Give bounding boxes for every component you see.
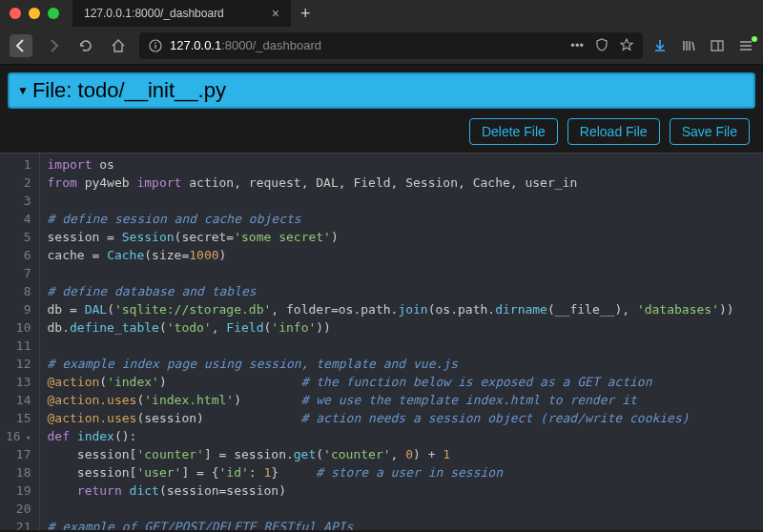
browser-toolbar: 127.0.0.1:8000/_dashboard ••• [0,27,763,65]
code-area[interactable]: import osfrom py4web import action, requ… [40,153,764,530]
file-header[interactable]: ▼ File: todo/__init__.py [8,72,755,109]
toolbar-right-icons [652,38,753,53]
line-gutter: 1234567891011121314151617181920212223242… [0,153,40,530]
line-number: 21 [6,518,31,530]
file-actions: Delete File Reload File Save File [0,116,763,153]
line-number: 14 [6,391,31,409]
line-number: 20 [6,500,31,518]
code-line[interactable]: # define database and tables [48,282,756,300]
code-line[interactable]: @action('index') # the function below is… [48,373,756,391]
star-icon[interactable] [620,38,633,52]
code-line[interactable]: db = DAL('sqlite://storage.db', folder=o… [48,300,756,318]
address-bar[interactable]: 127.0.0.1:8000/_dashboard ••• [139,32,643,59]
code-line[interactable] [48,192,756,210]
line-number: 2 [6,174,31,192]
line-number: 5 [6,228,31,246]
more-icon[interactable]: ••• [570,38,584,52]
maximize-window-button[interactable] [48,8,59,19]
line-number: 1 [6,155,31,174]
code-editor[interactable]: 1234567891011121314151617181920212223242… [0,153,763,530]
home-button[interactable] [107,34,130,57]
code-line[interactable]: session = Session(secret='some secret') [48,228,756,246]
back-button[interactable] [10,34,32,57]
line-number: 11 [6,337,31,355]
line-number: 7 [6,264,31,282]
reload-button[interactable] [74,34,97,57]
line-number: 15 [6,409,31,427]
line-number: 12 [6,355,31,373]
collapse-icon[interactable]: ▼ [17,84,29,97]
code-line[interactable]: import os [48,155,756,174]
line-number: 13 [6,373,31,391]
save-file-button[interactable]: Save File [670,118,750,145]
code-line[interactable] [48,337,756,355]
code-line[interactable]: def index(): [48,427,756,445]
svg-rect-2 [155,42,155,43]
line-number: 18 [6,463,31,481]
url-actions: ••• [570,38,633,52]
code-line[interactable]: @action.uses(session) # action needs a s… [48,409,756,427]
code-line[interactable]: from py4web import action, request, DAL,… [48,174,756,192]
sidebar-icon[interactable] [710,38,725,53]
close-window-button[interactable] [10,8,21,19]
url-host: 127.0.0.1 [170,38,221,52]
svg-rect-1 [155,45,155,49]
delete-file-button[interactable]: Delete File [469,118,558,145]
tab-close-icon[interactable]: × [272,6,279,21]
browser-tab[interactable]: 127.0.0.1:8000/_dashboard × [72,0,291,27]
url-path: :8000/_dashboard [221,38,321,52]
line-number: 6 [6,246,31,264]
tab-title: 127.0.0.1:8000/_dashboard [84,7,224,20]
line-number: 19 [6,481,31,500]
code-line[interactable] [48,500,756,518]
library-icon[interactable] [681,38,696,53]
reload-file-button[interactable]: Reload File [567,118,660,145]
line-number: 10 [6,318,31,337]
code-line[interactable]: db.define_table('todo', Field('info')) [48,318,756,337]
new-tab-button[interactable]: + [300,4,311,24]
downloads-icon[interactable] [652,38,668,53]
line-number: 16 [6,427,31,445]
line-number: 9 [6,300,31,318]
line-number: 3 [6,192,31,210]
code-line[interactable]: # example of GET/POST/DELETE RESTful API… [48,518,756,530]
minimize-window-button[interactable] [29,8,40,19]
code-line[interactable] [48,264,756,282]
line-number: 4 [6,210,31,228]
code-line[interactable]: @action.uses('index.html') # we use the … [48,391,756,409]
code-line[interactable]: cache = Cache(size=1000) [48,246,756,264]
svg-rect-3 [711,41,723,51]
line-number: 17 [6,445,31,463]
window-controls [10,8,59,19]
url-text: 127.0.0.1:8000/_dashboard [170,38,321,52]
window-titlebar: 127.0.0.1:8000/_dashboard × + [0,0,763,27]
code-line[interactable]: # define session and cache objects [48,210,756,228]
code-line[interactable]: return dict(session=session) [48,481,756,500]
code-line[interactable]: session['user'] = {'id': 1} # store a us… [48,463,756,481]
site-info-icon[interactable] [149,39,162,52]
forward-button[interactable] [42,34,65,57]
code-line[interactable]: session['counter'] = session.get('counte… [48,445,756,463]
menu-icon[interactable] [738,38,753,53]
shield-icon[interactable] [595,38,608,52]
line-number: 8 [6,282,31,300]
code-line[interactable]: # example index page using session, temp… [48,355,756,373]
menu-badge [752,36,757,42]
file-header-label: File: todo/__init__.py [32,78,226,103]
